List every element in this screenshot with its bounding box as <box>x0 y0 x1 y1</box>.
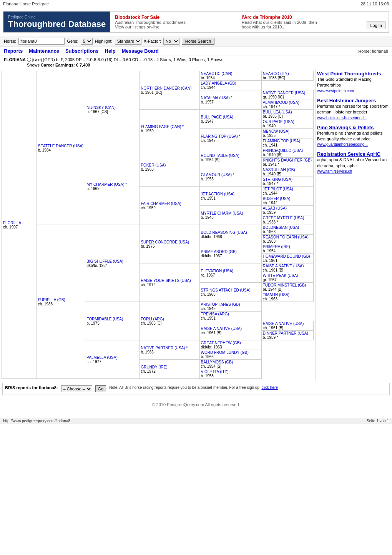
lady-angela-link[interactable]: LADY ANGELA (GB) <box>201 81 236 85</box>
nijinsky-link[interactable]: NIJINSKY (CAN) <box>86 105 115 110</box>
sidebar-ad-aphc: Registration Service ApHC aqha, apha & D… <box>317 151 390 173</box>
poker-cell: POKER (USA) b. 1963 <box>140 148 199 187</box>
furiella-link[interactable]: FURIELLA (GB) <box>38 298 65 302</box>
knights-daughter-link[interactable]: KNIGHTS DAUGHTER (GB) <box>263 158 312 162</box>
flaming-top-link[interactable]: FLAMING TOP (USA) <box>263 139 300 143</box>
flaring-top-link[interactable]: FLARING TOP (USA) * <box>201 134 241 138</box>
pedigree-area: FLORILLA ch. 1997 SEATTLE DANCER (USA) b… <box>0 69 315 380</box>
raise-a-native2-link[interactable]: RAISE A NATIVE (USA) <box>201 327 242 331</box>
nav-subscriptions[interactable]: Subscriptions <box>65 48 99 54</box>
horse-name: FLORIANA <box>4 57 26 62</box>
xfactor-select[interactable]: NoYes <box>163 38 179 45</box>
login-button[interactable]: Log In <box>367 22 385 29</box>
aphc-title[interactable]: Registration Service ApHC <box>317 151 390 157</box>
aphc-link[interactable]: www.tamirservice.ch <box>317 169 352 173</box>
primera-link[interactable]: PRIMERA (IRE) <box>263 245 290 249</box>
bold-reasoning-link[interactable]: BOLD REASONING (USA) <box>201 230 247 235</box>
westpoint-link[interactable]: www.westpointtb.com <box>317 89 354 93</box>
white-peak-cell: WHITE PEAK (USA) gr. 1957 <box>261 273 313 283</box>
nearctic-link[interactable]: NEARCTIC (CAN) <box>201 72 233 76</box>
westpoint-title[interactable]: West Point Thoroughbreds <box>317 71 390 77</box>
flaming-top-cell: FLAMING TOP (USA) ch. 1941 <box>261 138 313 148</box>
palmella-link[interactable]: PALMELLA (USA) <box>86 355 117 360</box>
bris-select[interactable]: – Choose – <box>61 385 92 392</box>
nearco-link[interactable]: NEARCO (ITY) <box>263 72 289 76</box>
big-shuffle-link[interactable]: BIG SHUFFLE (USA) <box>86 259 123 263</box>
our-page-cell: OUR PAGE (USA) b. 1940 <box>261 119 313 129</box>
raise-a-native3-link[interactable]: RAISE A NATIVE (USA) <box>263 322 304 326</box>
pine-link[interactable]: www.guardianhorsebedding... <box>317 142 368 147</box>
primera-cell: PRIMERA (IRE) b. 1954 <box>261 244 313 254</box>
my-charmer-link[interactable]: MY CHARMER (USA) * <box>86 182 127 187</box>
jet-pilot-link[interactable]: JET PILOT (USA) <box>263 187 293 191</box>
poker-link[interactable]: POKER (USA) <box>141 163 166 167</box>
nav-message-board[interactable]: Message Board <box>122 48 159 54</box>
super-concorde-link[interactable]: SUPER CONCORDE (USA) <box>141 240 189 244</box>
homeward-bound-link[interactable]: HOMEWARD BOUND (GB) <box>263 254 310 258</box>
princequillo-link[interactable]: PRINCEQUILLO (USA) <box>263 148 303 153</box>
boldnesian-link[interactable]: BOLDNESIAN (USA) <box>263 225 299 230</box>
top-bar: Floriana Horse Pedigree 28.11.10 16:03 <box>0 0 392 8</box>
native-dancer-link[interactable]: NATIVE DANCER (USA) <box>263 91 305 95</box>
forli-cell: FORLI (ARG) ch. 1963 [C] <box>140 302 199 340</box>
striking-link[interactable]: STRIKING (USA) <box>263 177 292 182</box>
glamour-link[interactable]: GLAMOUR (USA) * <box>201 173 234 177</box>
trevisa-link[interactable]: TREVISA (ARG) <box>201 312 229 316</box>
our-page-link[interactable]: OUR PAGE (USA) <box>263 120 294 124</box>
login-area[interactable]: Log In <box>364 12 389 32</box>
flaming-page-link[interactable]: FLAMING PAGE (CAN) * <box>141 125 184 129</box>
ballymoss-link[interactable]: BALLYMOSS (GB) <box>201 360 233 364</box>
bris-go-button[interactable]: Go <box>95 385 106 392</box>
northern-dancer-link[interactable]: NORTHERN DANCER (CAN) <box>141 86 191 90</box>
formidable-link[interactable]: FORMIDABLE (USA) <box>86 317 123 321</box>
nasrullah-link[interactable]: NASRULLAH (GB) <box>263 168 295 172</box>
bull-lea-link[interactable]: BULL LEA (USA) <box>263 110 292 114</box>
natalma-link[interactable]: NATALMA (USA) * <box>201 96 233 100</box>
nav-reports[interactable]: Reports <box>4 48 23 54</box>
holsteiner-title[interactable]: Best Holsteiner Jumpers <box>317 98 390 103</box>
holsteiner-link[interactable]: www.holsteiner-horsebreed... <box>317 116 367 120</box>
tudor-minstrel-link[interactable]: TUDOR MINSTREL (GB) <box>263 283 306 287</box>
busher-link[interactable]: BUSHER (USA) <box>263 197 291 201</box>
reason-to-earn-link[interactable]: REASON TO EARN (USA) <box>263 235 309 239</box>
raise-a-native-link[interactable]: RAISE A NATIVE (USA) <box>263 264 304 268</box>
menow-link[interactable]: MENOW (USA) <box>263 129 289 133</box>
white-peak-link[interactable]: WHITE PEAK (USA) <box>263 273 298 278</box>
jet-action-cell: JET ACTION (USA) ch. 1951 <box>199 187 261 206</box>
dinner-partner-link[interactable]: DINNER PARTNER (USA) <box>263 331 308 335</box>
fair-charmer-link[interactable]: FAIR CHARMER (USA) <box>141 202 181 206</box>
myrtle-charm-link[interactable]: MYRTLE CHARM (USA) <box>201 211 243 215</box>
crepe-myrtle-link[interactable]: CREPE MYRTLE (USA) <box>263 216 304 220</box>
elevation-cell: ELEVATION (USA) ro. 1967 <box>199 263 261 283</box>
bull-page-link[interactable]: BULL PAGE (USA) <box>201 115 233 119</box>
prime-abord-link[interactable]: PRIME ABORD (GB) <box>201 250 237 254</box>
seattle-dancer-link[interactable]: SEATTLE DANCER (USA) <box>38 144 84 148</box>
bris-signup-link[interactable]: click here <box>262 385 278 390</box>
raise-your-skirts-link[interactable]: RAISE YOUR SKIRTS (USA) <box>141 278 191 283</box>
aristophanes-link[interactable]: ARISTOPHANES (GB) <box>201 302 240 307</box>
alsab-link[interactable]: ALSAB (USA) <box>263 206 287 210</box>
busher-cell: BUSHER (USA) ch. 1942 <box>261 196 313 206</box>
almahmoud-link[interactable]: ALMAHMOUD (USA) <box>263 100 299 105</box>
timalin-link[interactable]: TIMALIN (USA) <box>263 293 289 297</box>
gens-select[interactable]: 5467 <box>81 38 93 45</box>
florilla-link[interactable]: FLORILLA <box>3 221 21 225</box>
horse-input[interactable] <box>18 38 65 45</box>
elevation-link[interactable]: ELEVATION (USA) <box>201 269 234 273</box>
nav-maintenance[interactable]: Maintenance <box>29 48 59 54</box>
pine-title[interactable]: Pine Shavings & Pellets <box>317 125 390 130</box>
word-from-lundy-link[interactable]: WORD FROM LUNDY (GB) <box>201 350 249 355</box>
forli-link[interactable]: FORLI (ARG) <box>141 317 164 321</box>
native-partner-cell: NATIVE PARTNER (USA) * b. 1966 <box>140 340 199 360</box>
round-table-link[interactable]: ROUND TABLE (USA) <box>201 153 239 158</box>
jet-action-link[interactable]: JET ACTION (USA) <box>201 192 235 196</box>
highlight-select[interactable]: Standard <box>115 38 141 45</box>
violetta-link[interactable]: VIOLETTA (ITY) <box>201 370 229 374</box>
info-icon[interactable]: ⓘ <box>27 57 31 62</box>
nav-help[interactable]: Help <box>105 48 116 54</box>
grundy-link[interactable]: GRUNDY (IRE) <box>141 365 167 369</box>
horse-search-button[interactable]: Horse Search <box>182 38 214 45</box>
native-partner-link[interactable]: NATIVE PARTNER (USA) * <box>141 346 188 350</box>
strings-attached-link[interactable]: STRINGS ATTACHED (USA) <box>201 288 251 292</box>
great-nephew-link[interactable]: GREAT NEPHEW (GB) <box>201 341 241 345</box>
